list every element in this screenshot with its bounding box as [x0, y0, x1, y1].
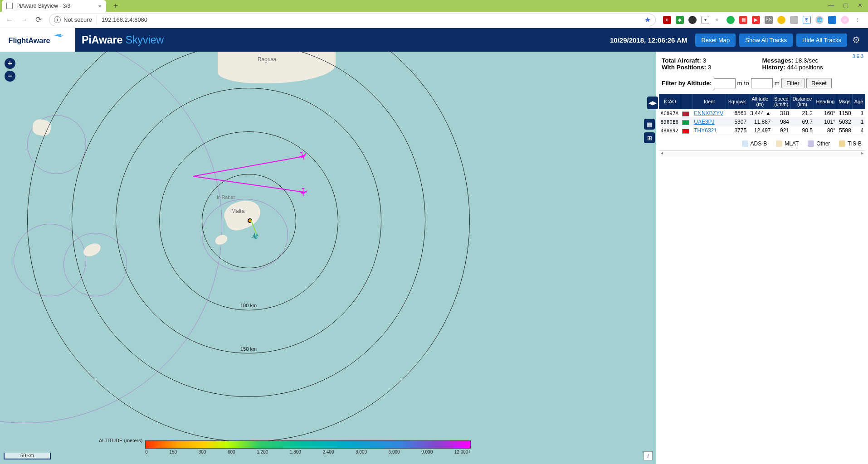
ext-icon[interactable]: 🌐	[815, 16, 824, 24]
aircraft-icon[interactable]: ✈	[294, 149, 311, 163]
legend-item: TIS-B	[839, 140, 862, 147]
url-field[interactable]: i Not secure 192.168.2.4:8080 ★	[49, 14, 656, 26]
receiver-location-icon	[248, 218, 252, 223]
column-header[interactable]: Ident	[692, 94, 726, 109]
ext-icon[interactable]	[688, 16, 697, 24]
url-text: 192.168.2.4:8080	[102, 16, 147, 23]
close-tab-icon[interactable]: ×	[98, 3, 102, 10]
legend-item: Other	[808, 140, 830, 147]
minimize-icon[interactable]: —	[828, 2, 834, 9]
new-tab-button[interactable]: +	[110, 1, 122, 10]
back-button[interactable]: ←	[3, 13, 16, 27]
aircraft-table: ICAOIdentSquawkAltitude (m)Speed (km/h)D…	[659, 94, 865, 135]
map-label-ragusa: Ragusa	[258, 56, 276, 63]
zoom-controls: + −	[5, 58, 15, 82]
altitude-legend-label: ALTITUDE (meters)	[99, 438, 142, 443]
close-window-icon[interactable]: ✕	[858, 2, 863, 9]
ring-label-100: 100 km	[240, 303, 257, 308]
version-label: 3.6.3	[853, 53, 863, 59]
filter-button[interactable]: Filter	[781, 78, 805, 88]
profile-avatar[interactable]: ☺	[841, 16, 849, 24]
ext-icon[interactable]: ⛨	[803, 16, 811, 24]
aircraft-icon[interactable]: ✈	[249, 229, 261, 243]
zoom-in-button[interactable]: +	[5, 58, 15, 69]
aircraft-icon[interactable]: ✈	[296, 187, 310, 197]
bookmark-star-icon[interactable]: ★	[644, 15, 651, 24]
ext-icon[interactable]	[727, 16, 735, 24]
insecure-label: Not secure	[63, 16, 92, 23]
altitude-min-input[interactable]	[714, 78, 736, 88]
column-header[interactable]	[681, 94, 692, 109]
data-panel: 3.6.3 Total Aircraft: 3 With Positions: …	[656, 52, 868, 464]
table-row[interactable]: AC897AENNXBZYV65613,444 ▲31821.2160°1150…	[659, 109, 865, 118]
altitude-max-input[interactable]	[751, 78, 773, 88]
browser-tab-strip: PiAware Skyview - 3/3 × + — ▢ ✕	[0, 0, 868, 12]
ext-icon[interactable]: ▾	[701, 16, 709, 24]
window-controls: — ▢ ✕	[824, 0, 866, 10]
layers-button[interactable]: ▦	[644, 119, 655, 130]
source-legend: ADS-BMLATOtherTIS-B	[659, 135, 865, 150]
map-info-button[interactable]: i	[644, 451, 653, 460]
app-title: PiAware Skyview	[82, 34, 164, 46]
reload-button[interactable]: ⟳	[32, 13, 45, 27]
tab-title: PiAware Skyview - 3/3	[16, 3, 70, 9]
column-header[interactable]: Heading	[814, 94, 837, 109]
ext-icon[interactable]: ES	[765, 16, 773, 24]
table-row[interactable]: 8960E6UAE3PJ530711,88798469.7101°50321	[659, 118, 865, 126]
ext-icon[interactable]: ▶	[752, 16, 760, 24]
flightaware-logo[interactable]: FlightAware	[0, 28, 75, 52]
extension-icons: u ◆ ▾ ᯤ ▦ ▶ ES ⛨ 🌐 ☺ ⋮	[659, 16, 865, 24]
grid-button[interactable]: ⊞	[644, 132, 655, 143]
ext-icon[interactable]: ▦	[739, 16, 747, 24]
map-canvas[interactable]: Ragusa Ir-Rabat Malta 100 km 150 km ✈ ✈ …	[0, 52, 656, 464]
svg-line-1	[193, 156, 304, 176]
column-header[interactable]: ICAO	[659, 94, 681, 109]
flag-icon	[682, 129, 689, 134]
address-bar: ← → ⟳ i Not secure 192.168.2.4:8080 ★ u …	[0, 12, 868, 28]
browser-tab[interactable]: PiAware Skyview - 3/3 ×	[2, 0, 106, 12]
ident-link[interactable]: ENNXBZYV	[694, 110, 723, 116]
ext-icon[interactable]	[790, 16, 798, 24]
collapse-panel-button[interactable]: ◀▶	[647, 97, 658, 109]
column-header[interactable]: Msgs	[837, 94, 853, 109]
maximize-icon[interactable]: ▢	[843, 2, 848, 9]
zoom-out-button[interactable]: −	[5, 71, 15, 82]
svg-text:FlightAware: FlightAware	[9, 36, 50, 44]
column-header[interactable]: Distance (km)	[790, 94, 814, 109]
map-label-malta: Malta	[231, 208, 244, 214]
ext-icon[interactable]	[828, 16, 836, 24]
altitude-legend: ALTITUDE (meters) 01503006001,2001,8002,…	[99, 440, 471, 449]
horizontal-scrollbar[interactable]	[659, 150, 865, 157]
timestamp: 10/29/2018, 12:06:26 AM	[610, 36, 687, 44]
column-header[interactable]: Speed (km/h)	[772, 94, 790, 109]
ident-link[interactable]: THY6321	[694, 127, 717, 134]
legend-item: MLAT	[776, 140, 799, 147]
column-header[interactable]: Squawk	[726, 94, 748, 109]
flag-icon	[682, 111, 689, 116]
reset-map-button[interactable]: Reset Map	[695, 34, 736, 47]
map-scale: 50 km	[4, 453, 51, 459]
reset-filter-button[interactable]: Reset	[806, 78, 832, 88]
forward-button[interactable]: →	[17, 13, 31, 27]
ident-link[interactable]: UAE3PJ	[694, 119, 714, 125]
column-header[interactable]: Altitude (m)	[748, 94, 772, 109]
settings-gear-icon[interactable]: ⚙	[851, 34, 862, 45]
app-header: FlightAware PiAware Skyview 10/29/2018, …	[0, 28, 868, 52]
hide-all-tracks-button[interactable]: Hide All Tracks	[796, 34, 847, 47]
column-header[interactable]: Age	[853, 94, 865, 109]
altitude-filter: Filter by Altitude: m to m Filter Reset	[659, 75, 865, 91]
map-label-rabat: Ir-Rabat	[217, 194, 235, 200]
ext-icon[interactable]: ᯤ	[714, 16, 722, 24]
ext-icon[interactable]	[777, 16, 785, 24]
show-all-tracks-button[interactable]: Show All Tracks	[739, 34, 793, 47]
legend-item: ADS-B	[742, 140, 767, 147]
info-icon[interactable]: i	[54, 16, 61, 23]
menu-icon[interactable]: ⋮	[853, 16, 862, 24]
svg-line-2	[193, 176, 304, 192]
main-content: Ragusa Ir-Rabat Malta 100 km 150 km ✈ ✈ …	[0, 52, 868, 464]
flag-icon	[682, 120, 689, 125]
ext-icon[interactable]: u	[663, 16, 671, 24]
page-icon	[6, 3, 13, 9]
ext-icon[interactable]: ◆	[676, 16, 684, 24]
table-row[interactable]: 4BA892THY6321377512,49792190.580°55984	[659, 126, 865, 135]
